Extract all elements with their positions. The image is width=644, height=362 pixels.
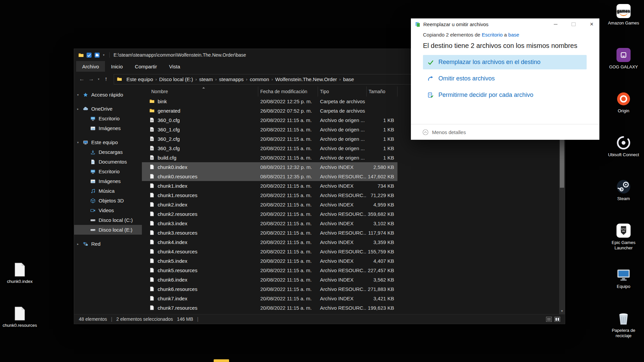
breadcrumb-item-common[interactable]: common xyxy=(248,76,272,82)
desktop-icon-amazon-games[interactable]: gamesAmazon Games xyxy=(605,3,642,26)
quick-access-newfolder-icon[interactable] xyxy=(94,52,100,58)
sidebar-item-imagenes[interactable]: Imágenes xyxy=(74,176,142,186)
breadcrumb-item-base[interactable]: base xyxy=(341,76,357,82)
close-button[interactable]: × xyxy=(584,18,599,30)
file-row[interactable]: chunk1.index20/08/2022 11:15 a. m.Archiv… xyxy=(142,181,397,190)
file-row[interactable]: chunk6.resources20/08/2022 11:15 a. m.Ar… xyxy=(142,284,397,294)
column-header-nombre[interactable]: Nombre xyxy=(149,86,258,97)
desktop-icon-epic-games-launcher[interactable]: EPICEpic Games Launcher xyxy=(605,223,642,251)
desktop-icon-ubisoft-connect[interactable]: Ubisoft Connect xyxy=(605,135,642,158)
file-row[interactable]: chunk1.resources20/08/2022 11:15 a. m.Ar… xyxy=(142,190,397,200)
sidebar-item-este-equipo[interactable]: ▾Este equipo xyxy=(74,137,142,147)
less-details-label[interactable]: Menos detalles xyxy=(432,129,466,135)
ribbon-tab-compartir[interactable]: Compartir xyxy=(129,61,163,72)
file-row[interactable]: chunk5.index20/08/2022 11:15 a. m.Archiv… xyxy=(142,256,397,265)
file-row[interactable]: build.cfg20/08/2022 11:15 a. m.Archivo d… xyxy=(142,153,397,162)
sidebar-item-videos[interactable]: Videos xyxy=(74,205,142,215)
dialog-option-label: Reemplazar los archivos en el destino xyxy=(438,59,540,66)
scroll-down-icon[interactable]: ▼ xyxy=(559,308,565,314)
sidebar-item-imagenes[interactable]: Imágenes xyxy=(74,123,142,133)
sidebar-item-descargas[interactable]: Descargas xyxy=(74,147,142,157)
sidebar-item-onedrive[interactable]: ▸OneDrive xyxy=(74,104,142,114)
file-row[interactable]: 360_1.cfg20/08/2022 11:15 a. m.Archivo d… xyxy=(142,125,397,134)
cube-icon xyxy=(90,198,96,203)
sidebar-item-musica[interactable]: Música xyxy=(74,186,142,196)
sidebar-item-escritorio[interactable]: Escritorio xyxy=(74,167,142,176)
replace-files-option[interactable]: Reemplazar los archivos en el destino xyxy=(423,55,587,69)
file-row[interactable]: chunk3.resources20/08/2022 11:15 a. m.Ar… xyxy=(142,228,397,237)
file-row[interactable]: chunk6.index20/08/2022 11:15 a. m.Archiv… xyxy=(142,275,397,284)
up-button[interactable]: ↑ xyxy=(102,76,110,82)
thumbnails-view-button[interactable] xyxy=(554,317,560,322)
file-type: Archivo RESOURC... xyxy=(318,230,367,236)
sidebar-item-disco-local-e[interactable]: Disco local (E:) xyxy=(74,225,142,235)
file-type: Archivo RESOURC... xyxy=(318,286,367,292)
column-header-tipo[interactable]: Tipo xyxy=(318,86,367,97)
desktop-icon-equipo[interactable]: Equipo xyxy=(605,267,642,289)
breadcrumb-item-este-equipo[interactable]: Este equipo xyxy=(124,76,155,82)
file-row[interactable]: chunk7.resources20/08/2022 11:15 a. m.Ar… xyxy=(142,303,397,312)
file-row[interactable]: chunk4.resources20/08/2022 11:15 a. m.Ar… xyxy=(142,247,397,256)
file-icon xyxy=(149,249,155,254)
file-row[interactable]: chunk3.index20/08/2022 11:15 a. m.Archiv… xyxy=(142,219,397,228)
quick-access-properties-icon[interactable] xyxy=(86,52,92,58)
file-row[interactable]: 360_0.cfg20/08/2022 11:15 a. m.Archivo d… xyxy=(142,115,397,125)
ribbon-tab-archivo[interactable]: Archivo xyxy=(76,61,105,72)
chevron-right-icon[interactable]: ▸ xyxy=(77,107,79,111)
sidebar-item-red[interactable]: ▸Red xyxy=(74,239,142,249)
column-header-tamano[interactable]: Tamaño xyxy=(367,86,397,97)
dialog-footer[interactable]: Menos detalles xyxy=(411,124,599,140)
sidebar-item-label: Red xyxy=(91,241,101,247)
decide-each-option[interactable]: Permitirme decidir por cada archivo xyxy=(423,88,587,102)
desktop-icon-gog-galaxy[interactable]: GOG GALAXY xyxy=(605,47,642,70)
copy-dest-link[interactable]: base xyxy=(508,32,519,38)
details-view-button[interactable] xyxy=(546,317,552,322)
file-size: 4,959 KB xyxy=(367,202,397,207)
sidebar-item-objetos-3d[interactable]: Objetos 3D xyxy=(74,196,142,205)
desktop-file-chunk0-index[interactable]: chunk0.index xyxy=(1,262,38,284)
skip-files-option[interactable]: Omitir estos archivos xyxy=(423,71,587,86)
file-row[interactable]: 360_2.cfg20/08/2022 11:15 a. m.Archivo d… xyxy=(142,134,397,143)
chevron-right-icon[interactable]: ▸ xyxy=(77,242,79,246)
file-size: 3,562 KB xyxy=(367,277,397,283)
dialog-titlebar[interactable]: Reemplazar u omitir archivos × xyxy=(411,18,599,30)
sidebar-item-documentos[interactable]: Documentos xyxy=(74,157,142,167)
file-row[interactable]: generated26/08/2022 07:52 p. m.Carpeta d… xyxy=(142,106,397,115)
breadcrumb-item-steamapps[interactable]: steamapps xyxy=(217,76,246,82)
chevron-up-circle-icon[interactable] xyxy=(422,129,429,135)
file-row[interactable]: chunk2.index20/08/2022 11:15 a. m.Archiv… xyxy=(142,200,397,209)
file-row[interactable]: chunk0.resources08/08/2021 12:35 p. m.Ar… xyxy=(142,172,397,181)
breadcrumb-item-disco-local-e[interactable]: Disco local (E:) xyxy=(157,76,196,82)
copy-source-link[interactable]: Escritorio xyxy=(482,32,503,38)
file-row[interactable]: chunk0.index08/08/2021 12:32 p. m.Archiv… xyxy=(142,162,397,172)
sidebar-item-acceso-rapido[interactable]: ▾Acceso rápido xyxy=(74,90,142,100)
file-row[interactable]: chunk4.index20/08/2022 11:15 a. m.Archiv… xyxy=(142,237,397,247)
taskbar-peek-icon[interactable] xyxy=(214,359,229,362)
desktop-file-chunk0-resources[interactable]: chunk0.resources xyxy=(1,306,38,328)
back-button[interactable]: ← xyxy=(77,76,86,82)
desktop-icon-origin[interactable]: Origin xyxy=(605,91,642,114)
chevron-down-icon[interactable]: ▾ xyxy=(77,93,79,97)
chevron-down-icon[interactable]: ▾ xyxy=(77,141,79,144)
file-size: 734 KB xyxy=(367,183,397,189)
desktop-icon-papelera-de-reciclaje[interactable]: Papelera de reciclaje xyxy=(605,311,642,339)
sidebar-item-escritorio[interactable]: Escritorio xyxy=(74,114,142,123)
file-row[interactable]: chunk2.resources20/08/2022 11:15 a. m.Ar… xyxy=(142,209,397,219)
file-row[interactable]: 360_3.cfg20/08/2022 11:15 a. m.Archivo d… xyxy=(142,143,397,153)
check-icon xyxy=(427,59,434,66)
sidebar-item-disco-local-c[interactable]: Disco local (C:) xyxy=(74,215,142,225)
breadcrumb-item-steam[interactable]: steam xyxy=(197,76,215,82)
ribbon-tab-vista[interactable]: Vista xyxy=(163,61,186,72)
file-date: 20/08/2022 11:15 a. m. xyxy=(258,127,318,132)
ribbon-tab-inicio[interactable]: Inicio xyxy=(105,61,129,72)
file-row[interactable]: bink20/08/2022 12:25 p. m.Carpeta de arc… xyxy=(142,97,397,106)
minimize-button[interactable] xyxy=(548,18,563,30)
column-header-fecha-de-modificacion[interactable]: Fecha de modificación xyxy=(258,86,318,97)
desktop-icon-steam[interactable]: Steam xyxy=(605,179,642,201)
file-row[interactable]: chunk7.index20/08/2022 11:15 a. m.Archiv… xyxy=(142,294,397,303)
forward-button[interactable]: → xyxy=(87,76,96,82)
file-row[interactable]: chunk5.resources20/08/2022 11:15 a. m.Ar… xyxy=(142,265,397,275)
quick-access-chevron-icon[interactable]: ▾ xyxy=(102,53,105,57)
breadcrumb-item-wolfenstein-the-new-order[interactable]: Wolfenstein.The.New.Order xyxy=(273,76,339,82)
recent-locations-chevron-icon[interactable]: ▾ xyxy=(96,77,101,81)
